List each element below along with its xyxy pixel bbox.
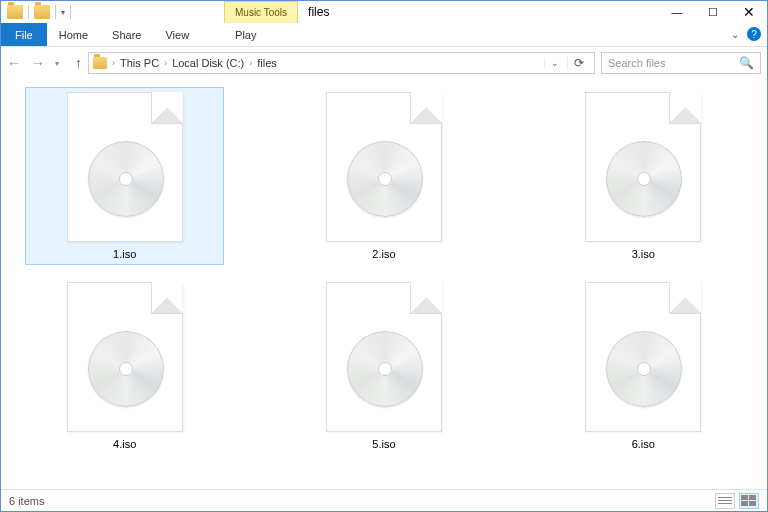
refresh-icon[interactable]: ⟳ [567,56,590,70]
search-placeholder: Search files [608,57,665,69]
title-bar: ▾ Music Tools files ― ☐ ✕ [1,1,767,23]
disc-icon [88,141,164,217]
qat-separator [55,5,56,19]
disc-icon [347,141,423,217]
file-name: 6.iso [632,438,655,450]
tab-file[interactable]: File [1,23,47,46]
location-icon [93,57,107,69]
file-name: 1.iso [113,248,136,260]
file-pane[interactable]: 1.iso2.iso3.iso4.iso5.iso6.iso [1,79,767,489]
minimize-button[interactable]: ― [659,1,695,23]
tab-share[interactable]: Share [100,23,153,46]
disc-icon [606,141,682,217]
status-bar: 6 items [1,489,767,511]
large-icons-view-button[interactable] [739,493,759,509]
iso-file-icon [585,92,701,242]
address-bar[interactable]: › This PC › Local Disk (C:) › files ⌄ ⟳ [88,52,595,74]
nav-arrows: ← → ▾ ↑ [7,55,82,71]
qat-open-folder-icon[interactable] [34,5,50,19]
iso-file-icon [585,282,701,432]
qat-separator [70,5,71,19]
file-name: 3.iso [632,248,655,260]
file-item[interactable]: 5.iso [284,277,483,455]
qat-customize-icon[interactable]: ▾ [61,8,65,17]
file-name: 2.iso [372,248,395,260]
disc-icon [88,331,164,407]
file-grid: 1.iso2.iso3.iso4.iso5.iso6.iso [1,79,767,463]
search-input[interactable]: Search files 🔍 [601,52,761,74]
expand-ribbon-icon[interactable]: ⌄ [731,29,739,40]
file-item[interactable]: 2.iso [284,87,483,265]
address-history-icon[interactable]: ⌄ [544,58,565,68]
back-button[interactable]: ← [7,55,21,71]
breadcrumb-folder[interactable]: files [257,57,277,69]
window-title: files [298,1,339,23]
file-item[interactable]: 1.iso [25,87,224,265]
up-button[interactable]: ↑ [75,55,82,71]
tab-play[interactable]: Play [223,23,268,46]
recent-locations-icon[interactable]: ▾ [55,59,59,68]
chevron-right-icon[interactable]: › [109,58,118,68]
file-item[interactable]: 4.iso [25,277,224,455]
breadcrumb-drive[interactable]: Local Disk (C:) [172,57,244,69]
details-view-button[interactable] [715,493,735,509]
disc-icon [347,331,423,407]
view-switcher [715,493,759,509]
file-name: 5.iso [372,438,395,450]
close-button[interactable]: ✕ [731,1,767,23]
maximize-button[interactable]: ☐ [695,1,731,23]
forward-button[interactable]: → [31,55,45,71]
tab-home[interactable]: Home [47,23,100,46]
window-controls: ― ☐ ✕ [659,1,767,23]
disc-icon [606,331,682,407]
iso-file-icon [326,282,442,432]
chevron-right-icon[interactable]: › [161,58,170,68]
help-icon[interactable]: ? [747,27,761,41]
breadcrumb-root[interactable]: This PC [120,57,159,69]
file-item[interactable]: 6.iso [544,277,743,455]
ribbon-right-controls: ⌄ ? [731,27,761,41]
qat-separator [28,5,29,19]
search-icon: 🔍 [739,56,754,70]
app-icon[interactable] [7,5,23,19]
iso-file-icon [67,92,183,242]
tab-view[interactable]: View [153,23,201,46]
navigation-bar: ← → ▾ ↑ › This PC › Local Disk (C:) › fi… [1,47,767,79]
quick-access-toolbar: ▾ [1,5,74,19]
contextual-tab-group: Music Tools files [224,1,339,23]
ribbon-tabs: File Home Share View Play ⌄ ? [1,23,767,47]
file-item[interactable]: 3.iso [544,87,743,265]
file-name: 4.iso [113,438,136,450]
item-count: 6 items [9,495,44,507]
chevron-right-icon[interactable]: › [246,58,255,68]
context-tab-music-tools[interactable]: Music Tools [224,1,298,23]
iso-file-icon [67,282,183,432]
iso-file-icon [326,92,442,242]
